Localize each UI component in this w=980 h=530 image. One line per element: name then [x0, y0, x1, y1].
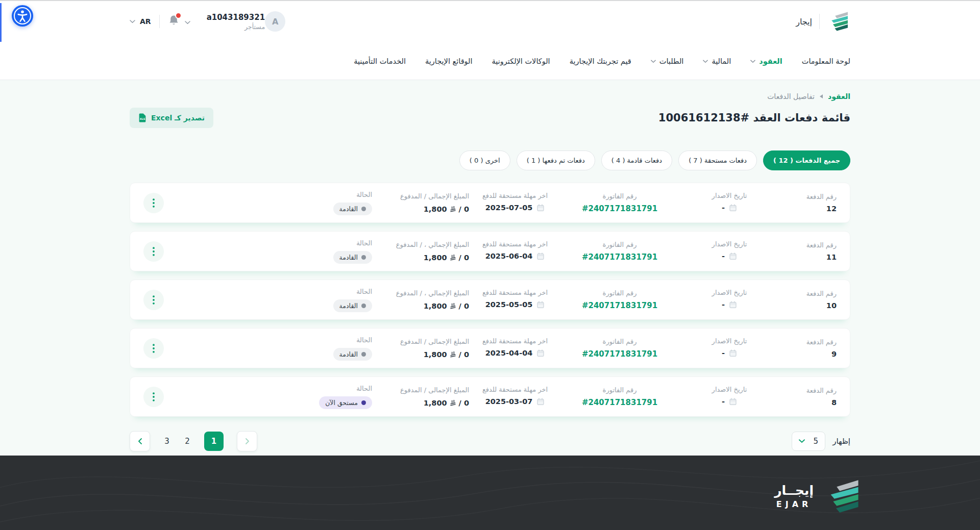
issue-date-header: تاريخ الاصدار: [678, 337, 780, 345]
status-header: الحالة: [285, 385, 372, 392]
brand-link[interactable]: إيجار: [796, 11, 850, 32]
filter-tab-label: جميع الدفعات ( 12 ): [773, 157, 840, 164]
invoice-number-link[interactable]: #2407171831791: [561, 253, 678, 262]
page-number[interactable]: 1: [204, 432, 224, 451]
filter-tab[interactable]: دفعات تم دفعها ( 1 ): [517, 150, 595, 170]
invoice-number-link[interactable]: #2407171831791: [561, 349, 678, 359]
calendar-icon: [729, 397, 737, 406]
kebab-icon: [153, 344, 155, 353]
filter-tab-label: دفعات مستحقة ( 7 ): [689, 157, 747, 164]
status-dot-icon: [361, 352, 366, 357]
issue-date-value: -: [722, 349, 725, 357]
page-list: 123: [163, 432, 224, 451]
filter-tab[interactable]: دفعات مستحقة ( 7 ): [678, 150, 757, 170]
language-label: AR: [140, 17, 151, 26]
per-page-select[interactable]: 5: [792, 432, 825, 451]
chevron-right-icon: [245, 438, 250, 444]
kebab-icon: [153, 295, 155, 305]
payment-number-header: رقم الدفعة: [780, 290, 837, 297]
nav-item[interactable]: المالية: [703, 57, 731, 65]
row-actions-button[interactable]: [143, 290, 164, 310]
invoice-number-header: رقم الفاتورة: [561, 338, 678, 345]
svg-text:XLS: XLS: [140, 117, 145, 120]
nav-item[interactable]: لوحة المعلومات: [802, 57, 850, 65]
previous-page-button[interactable]: [237, 431, 257, 451]
payments-list: رقم الدفعة 12 تاريخ الاصدار - رقم الفاتو…: [130, 183, 850, 417]
user-cluster: A a1043189321 مستأجر AR: [130, 11, 285, 32]
row-actions-button[interactable]: [143, 241, 164, 262]
pager: 123: [130, 431, 257, 451]
calendar-icon: [536, 252, 545, 260]
title-row: قائمة دفعات العقد #10061612138 تصدير كـ …: [130, 108, 850, 128]
avatar[interactable]: A: [265, 11, 285, 32]
accessibility-widget-edge: [0, 3, 2, 42]
status-header: الحالة: [285, 288, 372, 295]
payment-number-header: رقم الدفعة: [780, 338, 837, 346]
invoice-number-link[interactable]: #2407171831791: [561, 301, 678, 310]
breadcrumb-contracts-link[interactable]: العقود: [828, 92, 850, 100]
amount-total: 1,800: [424, 302, 447, 310]
amount-value: 1,800 / 0: [424, 254, 469, 262]
nav-item[interactable]: الطلبات: [651, 57, 684, 65]
chevron-down-icon[interactable]: [185, 17, 190, 27]
filter-tab[interactable]: اخرى ( 0 ): [459, 150, 510, 170]
row-actions-button[interactable]: [143, 193, 164, 213]
sar-currency-icon: [450, 206, 456, 212]
nav-item[interactable]: العقود: [750, 57, 782, 65]
nav-item[interactable]: الوكالات الإلكترونية: [492, 57, 550, 65]
notifications-button[interactable]: [168, 14, 180, 29]
page-number[interactable]: 3: [163, 437, 170, 446]
amount-separator: /: [459, 205, 461, 213]
filter-tab[interactable]: جميع الدفعات ( 12 ): [763, 150, 850, 170]
user-menu[interactable]: a1043189321 مستأجر: [207, 13, 265, 31]
calendar-icon: [729, 349, 737, 357]
page-number-label: 3: [164, 437, 169, 446]
nav-item-label: العقود: [759, 57, 782, 65]
invoice-number-link[interactable]: #2407171831791: [561, 398, 678, 407]
sar-currency-icon: [450, 351, 456, 358]
footer-brand-arabic: إيجــار: [774, 484, 814, 498]
status-badge: القادمة: [333, 299, 372, 312]
invoice-number-link[interactable]: #2407171831791: [561, 204, 678, 213]
top-hairline: [0, 0, 980, 1]
row-actions-button[interactable]: [143, 338, 164, 359]
status-badge: مستحق الآن: [319, 396, 372, 409]
invoice-number-header: رقم الفاتورة: [561, 289, 678, 297]
amount-paid: 0: [464, 399, 469, 407]
due-date-header: اخر مهلة مستحقة للدفع: [469, 386, 561, 393]
language-selector[interactable]: AR: [130, 17, 151, 26]
export-excel-button[interactable]: تصدير كـ Excel XLS: [130, 108, 213, 128]
nav-item[interactable]: قيم تجربتك الإيجارية: [570, 57, 631, 65]
payment-row: رقم الدفعة 11 تاريخ الاصدار - رقم الفاتو…: [130, 231, 850, 271]
amount-total: 1,800: [424, 205, 447, 213]
page-number[interactable]: 2: [184, 437, 191, 446]
user-role: مستأجر: [207, 23, 265, 31]
due-date-value: 2025-05-05: [485, 300, 533, 309]
row-actions-button[interactable]: [143, 387, 164, 407]
calendar-icon: [729, 252, 737, 260]
nav-item-label: الوكالات الإلكترونية: [492, 57, 550, 65]
nav-item-label: الوقائع الإيجارية: [425, 57, 473, 65]
issue-date-value: -: [722, 204, 725, 212]
next-page-button[interactable]: [130, 431, 150, 451]
filter-tab[interactable]: دفعات قادمة ( 4 ): [601, 150, 672, 170]
accessibility-button[interactable]: [11, 5, 34, 27]
site-header: إيجار A a1043189321 مستأجر: [0, 0, 980, 80]
payment-number-header: رقم الدفعة: [780, 387, 837, 394]
main-nav: لوحة المعلومات العقود المالية الطلبات قي…: [130, 43, 850, 80]
topbar: إيجار A a1043189321 مستأجر: [130, 0, 850, 43]
amount-paid: 0: [464, 350, 469, 359]
nav-item-label: الخدمات التأمينية: [354, 57, 406, 65]
chevron-down-icon: [799, 439, 805, 443]
nav-item[interactable]: الخدمات التأمينية: [354, 57, 406, 65]
chevron-down-icon: [703, 60, 708, 63]
amount-value: 1,800 / 0: [424, 350, 469, 359]
nav-item[interactable]: الوقائع الإيجارية: [425, 57, 473, 65]
amount-value: 1,800 / 0: [424, 205, 469, 213]
status-label: القادمة: [339, 205, 358, 213]
status-label: مستحق الآن: [325, 399, 358, 407]
invoice-number-header: رقم الفاتورة: [561, 192, 678, 200]
issue-date-header: تاريخ الاصدار: [678, 240, 780, 248]
due-date-header: اخر مهلة مستحقة للدفع: [469, 289, 561, 296]
accessibility-icon: [11, 5, 34, 27]
